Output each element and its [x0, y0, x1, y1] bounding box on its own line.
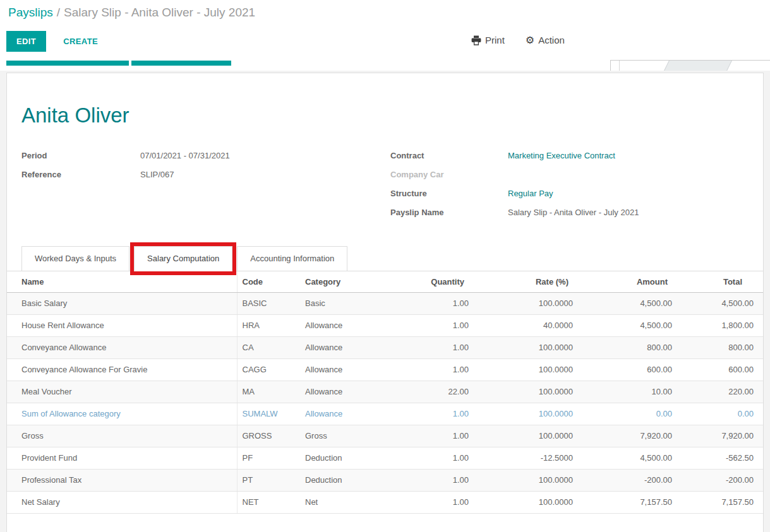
table-row[interactable]: Professional Tax PT Deduction 1.00 100.0…	[7, 470, 763, 492]
create-button[interactable]: CREATE	[59, 36, 102, 47]
cell-amount: 7,920.00	[575, 425, 674, 447]
print-button[interactable]: Print	[471, 35, 505, 45]
cell-total: 7,920.00	[674, 425, 763, 447]
cell-code: CAGG	[237, 359, 300, 381]
field-group-right: Contract Marketing Executive Contract Co…	[390, 150, 749, 225]
cell-amount: 4,500.00	[575, 447, 674, 470]
cell-code: PT	[237, 470, 300, 492]
cell-quantity: 1.00	[401, 447, 471, 470]
col-header-name[interactable]: Name	[7, 271, 237, 293]
cell-rate: 100.0000	[471, 492, 575, 514]
col-header-category[interactable]: Category	[300, 271, 401, 293]
table-row[interactable]: Meal Voucher MA Allowance 22.00 100.0000…	[7, 381, 763, 403]
printer-icon	[471, 35, 481, 45]
cell-amount: 800.00	[575, 337, 674, 359]
action-button[interactable]: ⚙ Action	[526, 35, 565, 45]
cell-quantity: 1.00	[401, 425, 471, 447]
table-row[interactable]: Sum of Allowance category SUMALW Allowan…	[7, 403, 763, 425]
cell-name: Professional Tax	[7, 470, 237, 492]
table-row[interactable]: Conveyance Allowance For Gravie CAGG All…	[7, 359, 763, 381]
col-header-quantity[interactable]: Quantity	[401, 271, 471, 293]
cell-rate: 40.0000	[471, 315, 575, 337]
cell-category: Allowance	[300, 337, 401, 359]
cell-code: SUMALW	[237, 403, 300, 425]
button-row: EDIT CREATE	[6, 31, 102, 52]
cell-quantity: 1.00	[401, 359, 471, 381]
cell-quantity: 1.00	[401, 337, 471, 359]
table-row[interactable]: House Rent Allowance HRA Allowance 1.00 …	[7, 315, 763, 337]
action-label: Action	[538, 35, 565, 45]
cell-category: Allowance	[300, 403, 401, 425]
cell-code: GROSS	[237, 425, 300, 447]
cell-total: -200.00	[674, 470, 763, 492]
cell-quantity: 1.00	[401, 403, 471, 425]
field-section: Period 07/01/2021 - 07/31/2021 Reference…	[21, 150, 749, 225]
field-value: 07/01/2021 - 07/31/2021	[140, 150, 230, 162]
cell-code: HRA	[237, 315, 300, 337]
cell-name: House Rent Allowance	[7, 315, 237, 337]
cell-category: Allowance	[300, 315, 401, 337]
table-row[interactable]: Net Salary NET Net 1.00 100.0000 7,157.5…	[7, 492, 763, 514]
cell-total: 600.00	[674, 359, 763, 381]
col-header-amount[interactable]: Amount	[575, 271, 674, 293]
gear-icon: ⚙	[526, 35, 534, 45]
field-label: Period	[21, 150, 140, 162]
field-value: Salary Slip - Anita Oliver - July 2021	[508, 206, 639, 219]
tab-label: Accounting Information	[250, 254, 334, 263]
tab-label: Worked Days & Inputs	[35, 254, 116, 263]
field-label: Structure	[390, 187, 508, 200]
cell-rate: 100.0000	[471, 381, 575, 403]
field-value[interactable]: Marketing Executive Contract	[508, 150, 615, 162]
table-row[interactable]: Conveyance Allowance CA Allowance 1.00 1…	[7, 337, 763, 359]
field-row: Structure Regular Pay	[390, 187, 749, 200]
table-body: Basic Salary BASIC Basic 1.00 100.0000 4…	[7, 293, 763, 514]
employee-name-title: Anita Oliver	[21, 103, 763, 127]
field-group-left: Period 07/01/2021 - 07/31/2021 Reference…	[21, 150, 390, 225]
cell-amount: 4,500.00	[575, 293, 674, 315]
statusbar-stage[interactable]	[663, 60, 733, 71]
cell-code: PF	[237, 447, 300, 470]
cell-amount: 4,500.00	[575, 315, 674, 337]
cell-amount: 600.00	[575, 359, 674, 381]
field-label: Payslip Name	[390, 206, 508, 219]
cell-total: 4,500.00	[674, 293, 763, 315]
cell-category: Deduction	[300, 447, 401, 470]
table-row[interactable]: Gross GROSS Gross 1.00 100.0000 7,920.00…	[7, 425, 763, 447]
content-area: Anita Oliver Period 07/01/2021 - 07/31/2…	[0, 71, 770, 532]
breadcrumb-current: Salary Slip - Anita Oliver - July 2021	[64, 6, 255, 19]
field-label: Company Car	[390, 168, 508, 181]
notebook-tab[interactable]: Salary Computation	[134, 246, 232, 271]
breadcrumb-payslips-link[interactable]: Payslips	[8, 6, 53, 19]
cell-code: MA	[237, 381, 300, 403]
field-value[interactable]: Regular Pay	[508, 187, 553, 200]
print-action-menu: Print ⚙ Action	[471, 35, 565, 45]
notebook-tab[interactable]: Accounting Information	[237, 246, 347, 271]
cell-category: Basic	[300, 293, 401, 315]
salary-computation-table: Name Code Category Quantity Rate (%) Amo…	[7, 271, 763, 514]
cell-name: Provident Fund	[7, 447, 237, 470]
cell-amount: 10.00	[575, 381, 674, 403]
col-header-code[interactable]: Code	[237, 271, 300, 293]
notebook-tabs: Worked Days & Inputs Salary Computation …	[7, 246, 763, 271]
cell-total: 1,800.00	[674, 315, 763, 337]
col-header-rate[interactable]: Rate (%)	[471, 271, 575, 293]
field-row: Company Car	[390, 168, 749, 181]
cell-name: Net Salary	[7, 492, 237, 514]
cell-rate: 100.0000	[471, 337, 575, 359]
field-label: Reference	[21, 168, 140, 181]
col-header-total[interactable]: Total	[674, 271, 763, 293]
edit-button[interactable]: EDIT	[6, 31, 46, 52]
cell-name: Basic Salary	[7, 293, 237, 315]
cell-total: 0.00	[674, 403, 763, 425]
cell-quantity: 1.00	[401, 470, 471, 492]
table-row[interactable]: Basic Salary BASIC Basic 1.00 100.0000 4…	[7, 293, 763, 315]
table-row[interactable]: Provident Fund PF Deduction 1.00 -12.500…	[7, 447, 763, 470]
cell-total: 800.00	[674, 337, 763, 359]
cell-total: 7,157.50	[674, 492, 763, 514]
notebook-tab[interactable]: Worked Days & Inputs	[21, 246, 129, 271]
cell-amount: 7,157.50	[575, 492, 674, 514]
statusbar	[610, 60, 770, 71]
breadcrumb: Payslips/Salary Slip - Anita Oliver - Ju…	[0, 0, 770, 20]
cell-name: Sum of Allowance category	[7, 403, 237, 425]
cell-name: Conveyance Allowance	[7, 337, 237, 359]
